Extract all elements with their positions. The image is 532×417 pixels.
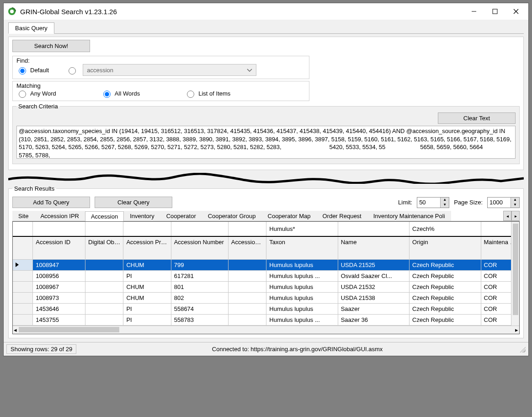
table-row[interactable]: 1453646PI558674Humulus lupulusSaazerCzec… — [13, 303, 519, 314]
close-button[interactable] — [505, 5, 527, 18]
col-doi[interactable]: Digital Object Identifier — [85, 236, 123, 259]
col-accession-id[interactable]: Accession ID — [33, 236, 85, 259]
limit-down-button[interactable]: ▼ — [441, 203, 449, 208]
tab-scroll-right-button[interactable]: ▸ — [511, 211, 520, 221]
cell[interactable]: 1008956 — [33, 270, 85, 281]
cell[interactable]: 1453646 — [33, 303, 85, 314]
cell[interactable] — [13, 270, 33, 281]
maximize-button[interactable] — [484, 5, 505, 18]
cell[interactable] — [228, 259, 266, 270]
cell[interactable]: 1008967 — [33, 281, 85, 292]
find-default-radio[interactable]: Default — [16, 66, 49, 75]
cell[interactable] — [228, 292, 266, 303]
horizontal-scrollbar[interactable]: ◂ ▸ — [13, 326, 519, 334]
limit-input[interactable] — [417, 198, 440, 208]
clear-text-button[interactable]: Clear Text — [438, 112, 516, 124]
find-custom-radio[interactable] — [66, 66, 77, 75]
cell[interactable]: CHUM — [123, 259, 171, 270]
cell[interactable] — [13, 259, 33, 270]
table-row[interactable]: 1008947CHUM799Humulus lupulusUSDA 21525C… — [13, 259, 519, 270]
cell[interactable]: CHUM — [123, 281, 171, 292]
cell[interactable]: 1008973 — [33, 292, 85, 303]
filter-origin[interactable]: Czech% — [410, 222, 481, 236]
scroll-left-icon[interactable]: ◂ — [14, 326, 17, 333]
cell[interactable]: Czech Republic — [410, 303, 481, 314]
matching-list-radio-input[interactable] — [187, 91, 194, 98]
cell[interactable]: Humulus lupulus — [266, 281, 338, 292]
results-grid[interactable]: Humulus* Czech% Accession ID Digital Obj… — [12, 221, 520, 334]
results-tab[interactable]: Cooperator Map — [262, 211, 317, 221]
results-tab[interactable]: Inventory Maintenance Poli — [367, 211, 451, 221]
table-row[interactable]: 1008956PI617281Humulus lupulus ...Osvald… — [13, 270, 519, 281]
vertical-scrollbar[interactable] — [511, 222, 519, 326]
cell[interactable]: Czech Republic — [410, 314, 481, 325]
matching-any-radio[interactable]: Any Word — [16, 89, 56, 98]
cell[interactable]: CHUM — [123, 292, 171, 303]
results-tab[interactable]: Cooperator Group — [202, 211, 262, 221]
results-tab[interactable]: Site — [12, 211, 34, 221]
find-custom-radio-input[interactable] — [69, 67, 76, 75]
find-combo[interactable]: accession — [83, 64, 256, 76]
cell[interactable]: Humulus lupulus — [266, 292, 338, 303]
filter-row[interactable]: Humulus* Czech% — [13, 222, 519, 236]
scroll-right-icon[interactable]: ▸ — [515, 326, 518, 333]
header-row[interactable]: Accession ID Digital Object Identifier A… — [13, 236, 519, 259]
col-accession-suffix[interactable]: Accession Suffix — [228, 236, 266, 259]
cell[interactable]: Humulus lupulus ... — [266, 270, 338, 281]
cell[interactable]: 1453755 — [33, 314, 85, 325]
cell[interactable] — [85, 292, 123, 303]
cell[interactable]: Humulus lupulus ... — [266, 314, 338, 325]
cell[interactable]: PI — [123, 270, 171, 281]
cell[interactable]: Humulus lupulus — [266, 303, 338, 314]
cell[interactable]: 802 — [171, 292, 228, 303]
search-now-button[interactable]: Search Now! — [12, 40, 90, 52]
cell[interactable] — [13, 303, 33, 314]
cell[interactable]: PI — [123, 314, 171, 325]
cell[interactable]: Saazer 36 — [338, 314, 409, 325]
minimize-button[interactable] — [463, 5, 484, 18]
cell[interactable] — [85, 281, 123, 292]
cell[interactable]: Czech Republic — [410, 270, 481, 281]
col-name[interactable]: Name — [338, 236, 409, 259]
cell[interactable]: 801 — [171, 281, 228, 292]
limit-spinner[interactable]: ▲ ▼ — [417, 197, 449, 208]
cell[interactable]: Osvald Saazer Cl... — [338, 270, 409, 281]
filter-taxon[interactable]: Humulus* — [266, 222, 338, 236]
find-default-radio-input[interactable] — [19, 67, 26, 75]
table-row[interactable]: 1008973CHUM802Humulus lupulusUSDA 21538C… — [13, 292, 519, 303]
cell[interactable] — [13, 292, 33, 303]
cell[interactable] — [228, 281, 266, 292]
matching-any-radio-input[interactable] — [19, 91, 26, 98]
col-accession-number[interactable]: Accession Number — [171, 236, 228, 259]
add-to-query-button[interactable]: Add To Query — [12, 197, 90, 208]
search-criteria-textarea[interactable] — [16, 126, 516, 159]
limit-up-button[interactable]: ▲ — [441, 198, 449, 203]
cell[interactable]: 558783 — [171, 314, 228, 325]
table-row[interactable]: 1008967CHUM801Humulus lupulusUSDA 21532C… — [13, 281, 519, 292]
matching-list-radio[interactable]: List of Items — [185, 89, 230, 98]
clear-query-button[interactable]: Clear Query — [95, 197, 172, 208]
cell[interactable]: 799 — [171, 259, 228, 270]
col-origin[interactable]: Origin — [410, 236, 481, 259]
results-tab[interactable]: Accession — [85, 211, 124, 221]
results-tab[interactable]: Inventory — [124, 211, 160, 221]
cell[interactable]: Czech Republic — [410, 281, 481, 292]
results-tab[interactable]: Cooperator — [160, 211, 202, 221]
cell[interactable] — [13, 314, 33, 325]
cell[interactable]: 617281 — [171, 270, 228, 281]
cell[interactable]: USDA 21525 — [338, 259, 409, 270]
col-accession-prefix[interactable]: Accession Prefix — [123, 236, 171, 259]
cell[interactable] — [228, 303, 266, 314]
tab-scroll-left-button[interactable]: ◂ — [503, 211, 511, 221]
cell[interactable]: Czech Republic — [410, 292, 481, 303]
pagesize-down-button[interactable]: ▼ — [511, 203, 519, 208]
cell[interactable]: Humulus lupulus — [266, 259, 338, 270]
cell[interactable]: PI — [123, 303, 171, 314]
cell[interactable] — [85, 270, 123, 281]
cell[interactable] — [85, 314, 123, 325]
pagesize-up-button[interactable]: ▲ — [511, 198, 519, 203]
cell[interactable] — [13, 281, 33, 292]
cell[interactable] — [85, 303, 123, 314]
results-tab[interactable]: Accession IPR — [34, 211, 85, 221]
cell[interactable] — [85, 259, 123, 270]
